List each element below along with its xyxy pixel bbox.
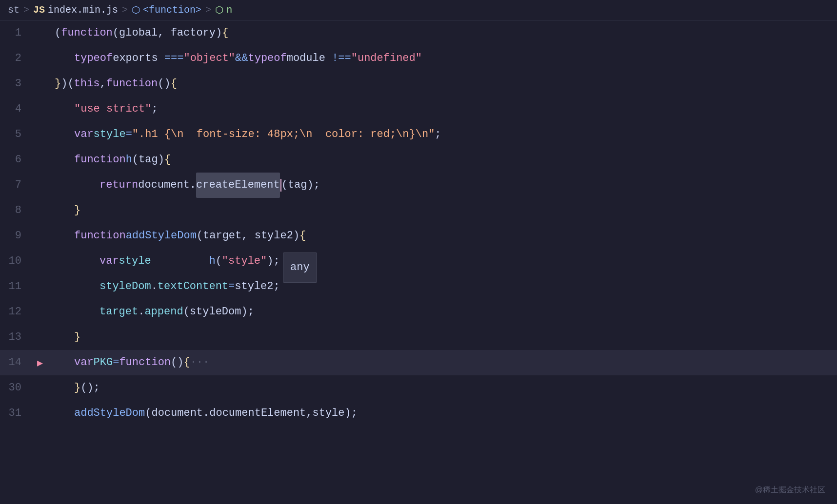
line-arrow-6 — [31, 147, 49, 173]
line-arrow-31 — [31, 401, 49, 426]
line-content-31: addStyleDom(document.documentElement, st… — [49, 401, 837, 426]
line-arrow-12 — [31, 299, 49, 325]
line-content-7: return document.createElement(tag); — [49, 173, 837, 198]
bc-box-icon: ⬡ — [215, 4, 223, 16]
code-line-7: 7 return document.createElement(tag); — [0, 173, 837, 198]
bc-sep2: > — [122, 4, 128, 16]
code-line-30: 30 }(); — [0, 375, 837, 401]
code-line-1: 1 (function(global, factory) { — [0, 20, 837, 46]
code-line-9: 9 function addStyleDom(target, style2) { — [0, 223, 837, 249]
line-arrow-4 — [31, 97, 49, 122]
line-content-2: typeof exports === "object" && typeof mo… — [49, 46, 837, 71]
line-arrow-30 — [31, 375, 49, 401]
code-line-12: 12 target.append(styleDom); — [0, 299, 837, 325]
line-arrow-11 — [31, 274, 49, 299]
line-content-8: } — [49, 198, 837, 223]
code-line-5: 5 var style = ".h1 {\n font-size: 48px;\… — [0, 122, 837, 147]
line-num-9: 9 — [0, 223, 31, 249]
code-line-2: 2 typeof exports === "object" && typeof … — [0, 46, 837, 71]
line-num-12: 12 — [0, 299, 31, 325]
code-editor: 1 (function(global, factory) { 2 typeof … — [0, 20, 837, 426]
line-content-10: var style h("style"); any — [49, 249, 837, 274]
bc-n: n — [226, 4, 232, 16]
line-content-13: } — [49, 325, 837, 350]
line-content-9: function addStyleDom(target, style2) { — [49, 223, 837, 249]
line-num-7: 7 — [0, 173, 31, 198]
bc-sep1: > — [23, 4, 29, 16]
line-num-13: 13 — [0, 325, 31, 350]
code-line-6: 6 function h(tag) { — [0, 147, 837, 173]
line-content-12: target.append(styleDom); — [49, 299, 837, 325]
line-arrow-8 — [31, 198, 49, 223]
line-content-30: }(); — [49, 375, 837, 401]
code-line-3: 3 })(this, function() { — [0, 71, 837, 97]
breadcrumb-bar: st > JS index.min.js > ⬡ <function> > ⬡ … — [0, 0, 837, 20]
line-arrow-14: ▶ — [31, 350, 49, 375]
code-line-13: 13 } — [0, 325, 837, 350]
line-content-3: })(this, function() { — [49, 71, 837, 97]
line-arrow-10 — [31, 249, 49, 274]
watermark: @稀土掘金技术社区 — [755, 485, 825, 495]
line-arrow-1 — [31, 20, 49, 46]
line-num-10: 10 — [0, 249, 31, 274]
line-content-5: var style = ".h1 {\n font-size: 48px;\n … — [49, 122, 837, 147]
line-num-31: 31 — [0, 401, 31, 426]
code-line-4: 4 "use strict"; — [0, 97, 837, 122]
line-content-6: function h(tag) { — [49, 147, 837, 173]
line-num-2: 2 — [0, 46, 31, 71]
bc-js: JS — [33, 4, 45, 16]
line-arrow-5 — [31, 122, 49, 147]
line-num-3: 3 — [0, 71, 31, 97]
code-line-11: 11 styleDom.textContent = style2; — [0, 274, 837, 299]
bc-func-icon: ⬡ — [132, 4, 140, 16]
line-num-8: 8 — [0, 198, 31, 223]
line-content-11: styleDom.textContent = style2; — [49, 274, 837, 299]
bc-sep3: > — [205, 4, 211, 16]
line-num-14: 14 — [0, 350, 31, 375]
line-content-4: "use strict"; — [49, 97, 837, 122]
bc-file: index.min.js — [48, 4, 118, 16]
line-arrow-9 — [31, 223, 49, 249]
line-content-14: var PKG = function() { ··· — [49, 350, 837, 375]
line-arrow-13 — [31, 325, 49, 350]
bc-st: st — [8, 4, 20, 16]
line-num-5: 5 — [0, 122, 31, 147]
line-arrow-2 — [31, 46, 49, 71]
line-arrow-7 — [31, 173, 49, 198]
line-num-30: 30 — [0, 375, 31, 401]
line-num-1: 1 — [0, 20, 31, 46]
code-line-10: 10 var style h("style"); any — [0, 249, 837, 274]
line-num-4: 4 — [0, 97, 31, 122]
line-content-1: (function(global, factory) { — [49, 20, 837, 46]
line-arrow-3 — [31, 71, 49, 97]
tooltip-any: any — [283, 252, 317, 283]
code-line-14: 14 ▶ var PKG = function() { ··· — [0, 350, 837, 375]
line-num-6: 6 — [0, 147, 31, 173]
code-line-8: 8 } — [0, 198, 837, 223]
bc-func: <function> — [143, 4, 201, 16]
code-line-31: 31 addStyleDom(document.documentElement,… — [0, 401, 837, 426]
line-num-11: 11 — [0, 274, 31, 299]
